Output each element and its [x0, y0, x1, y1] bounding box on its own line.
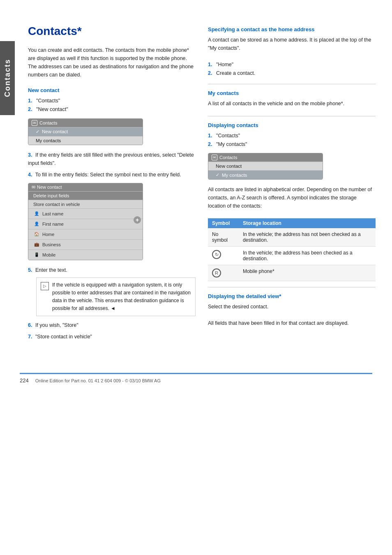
note-icon [41, 282, 49, 290]
table-row: ↻ In the vehicle; the address has been c… [208, 247, 376, 265]
location-cell-mobile: Mobile phone* [239, 265, 376, 281]
new-contact-heading: New contact [28, 87, 196, 93]
my-contacts-heading: My contacts [208, 90, 376, 96]
mockup-row-new-contact: ✓ New contact [28, 127, 143, 136]
page-title: Contacts* [28, 25, 196, 38]
section-divider [208, 84, 376, 84]
step-6: 6. If you wish, "Store" [28, 321, 196, 329]
nc-mobile-row: 📱 Mobile [28, 250, 143, 260]
my-contacts-mockup: ✉ Contacts New contact ✓ My contacts [208, 153, 323, 180]
new-contact-steps: 1. "Contacts" 2. "New contact" [28, 97, 196, 114]
intro-text: You can create and edit contacts. The co… [28, 46, 196, 79]
copyright-text: Online Edition for Part no. 01 41 2 604 … [35, 378, 161, 383]
step-4: 4. To fill in the entry fields: Select t… [28, 171, 196, 179]
list-item: 2. "My contacts" [208, 140, 376, 149]
nc-delete-row: Delete input fields [28, 191, 143, 200]
list-item: 1. "Home" [208, 60, 376, 69]
mobile-circle-icon: R [212, 268, 221, 278]
list-item: 2. "New contact" [28, 105, 196, 114]
nc-lastname-row: 👤 Last name [28, 208, 143, 219]
location-cell-arrow: In the vehicle; the address has been che… [239, 247, 376, 265]
symbol-table: Symbol Storage location No symbol In the… [208, 218, 376, 281]
symbol-cell-none: No symbol [208, 228, 239, 247]
mockup-row-my-contacts: My contacts [28, 136, 143, 145]
mockup3-row-my-contacts: ✓ My contacts [208, 170, 323, 179]
mobile-icon: 📱 [33, 252, 40, 258]
person-icon-lastname: 👤 [33, 210, 40, 217]
storage-col-header: Storage location [239, 218, 376, 228]
displaying-contacts-steps: 1. "Contacts" 2. "My contacts" [208, 132, 376, 149]
new-contact-icon: ✉ [32, 185, 35, 190]
list-item: 1. "Contacts" [208, 132, 376, 140]
section-divider-2 [208, 116, 376, 116]
home-address-steps: 1. "Home" 2. Create a contact. [208, 60, 376, 78]
my-contacts-intro: A list of all contacts in the vehicle an… [208, 99, 376, 108]
navigation-note: If the vehicle is equipped with a naviga… [36, 278, 196, 317]
home-icon: 🏠 [33, 231, 40, 238]
arrow-circle-icon: ↻ [212, 250, 221, 259]
contacts-menu-mockup: ✉ Contacts ✓ New contact My contacts [28, 118, 143, 145]
table-row: No symbol In the vehicle; the address ha… [208, 228, 376, 247]
detail-view-desc: All fields that have been filled in for … [208, 319, 376, 327]
detail-view-intro: Select the desired contact. [208, 303, 376, 311]
nc-home-row: 🏠 Home [28, 229, 143, 239]
page-number: 224 [20, 377, 29, 384]
detail-view-heading: Displaying the detailed view* [208, 293, 376, 299]
symbol-cell-arrow: ↻ [208, 247, 239, 265]
displaying-contacts-heading: Displaying contacts [208, 122, 376, 128]
step-3: 3. If the entry fields are still filled … [28, 151, 196, 167]
contacts-icon: ✉ [32, 120, 37, 126]
sidebar-label: Contacts [0, 41, 15, 115]
step-5: 5. Enter the text. [28, 266, 196, 274]
step-7: 7. "Store contact in vehicle" [28, 333, 196, 341]
home-address-intro: A contact can be stored as a home addres… [208, 36, 376, 52]
symbol-col-header: Symbol [208, 218, 239, 228]
contacts-icon-2: ✉ [212, 155, 217, 160]
nc-store-row: Store contact in vehicle [28, 200, 143, 208]
displaying-contacts-desc: All contacts are listed in alphabetical … [208, 185, 376, 210]
business-icon: 💼 [33, 241, 40, 248]
left-column: Contacts* You can create and edit contac… [28, 25, 196, 344]
location-cell-none: In the vehicle; the address has not been… [239, 228, 376, 247]
list-item: 2. Create a contact. [208, 69, 376, 78]
mockup3-row-new-contact: New contact [208, 162, 323, 170]
plus-button[interactable]: + [134, 216, 141, 224]
symbol-cell-mobile: R [208, 265, 239, 281]
section-divider-3 [208, 287, 376, 287]
page-footer: 224 Online Edition for Part no. 01 41 2 … [20, 373, 372, 384]
right-column: Specifying a contact as the home address… [208, 25, 376, 344]
home-address-heading: Specifying a contact as the home address [208, 26, 376, 32]
nc-business-row: 💼 Business [28, 239, 143, 250]
person-icon-firstname: 👤 [33, 221, 40, 227]
table-row: R Mobile phone* [208, 265, 376, 281]
new-contact-mockup: ✉ New contact Delete input fields Store … [28, 183, 143, 260]
nc-firstname-row: 👤 First name [28, 219, 143, 229]
list-item: 1. "Contacts" [28, 97, 196, 105]
